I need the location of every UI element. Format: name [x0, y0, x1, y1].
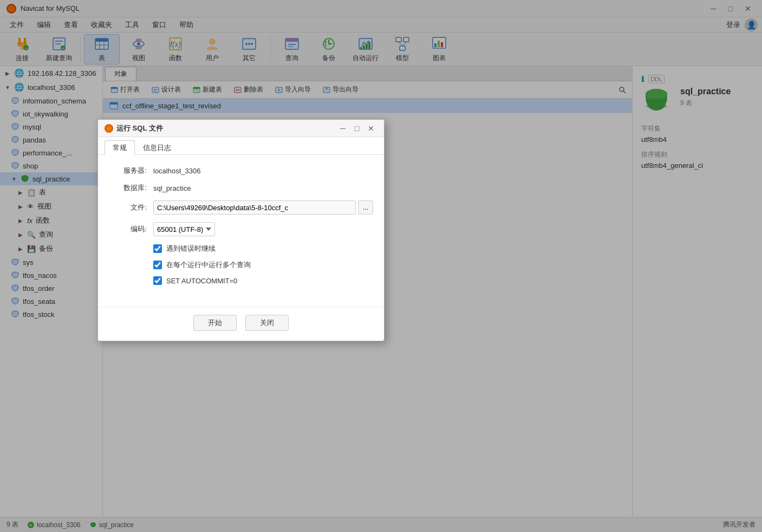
checkbox-multi-query-label: 在每个运行中运行多个查询: [166, 260, 251, 270]
dialog-close-btn[interactable]: ✕: [364, 123, 377, 134]
database-field-label: 数据库:: [109, 183, 147, 193]
server-field-value: localhost_3306: [153, 167, 200, 175]
dialog-title-controls: ─ □ ✕: [336, 123, 377, 134]
checkbox-autocommit[interactable]: [153, 276, 162, 285]
dialog-restore-btn[interactable]: □: [350, 123, 363, 134]
dialog-minimize-btn[interactable]: ─: [336, 123, 349, 134]
dialog-row-file: 文件: ...: [109, 200, 373, 215]
dialog-start-btn[interactable]: 开始: [193, 315, 237, 331]
dialog-form: 服务器: localhost_3306 数据库: sql_practice 文件…: [98, 155, 384, 302]
dialog-row-encoding: 编码: 65001 (UTF-8): [109, 222, 373, 236]
dialog-footer: 开始 关闭: [98, 307, 384, 341]
file-input-wrap: ...: [153, 200, 373, 215]
checkbox-row-2: 在每个运行中运行多个查询: [109, 260, 373, 270]
file-browse-btn[interactable]: ...: [358, 200, 373, 215]
checkbox-continue-label: 遇到错误时继续: [166, 244, 216, 254]
dialog-row-server: 服务器: localhost_3306: [109, 166, 373, 176]
database-field-value: sql_practice: [153, 184, 191, 192]
checkbox-row-1: 遇到错误时继续: [109, 244, 373, 254]
dialog-title-text: 运行 SQL 文件: [116, 124, 163, 133]
file-input[interactable]: [153, 200, 356, 215]
encoding-field-label: 编码:: [109, 224, 147, 234]
dialog-tab-regular[interactable]: 常规: [105, 140, 135, 155]
run-sql-dialog: 运行 SQL 文件 ─ □ ✕ 常规 信息日志 服务器: localhost_3…: [97, 119, 385, 341]
modal-overlay: 运行 SQL 文件 ─ □ ✕ 常规 信息日志 服务器: localhost_3…: [0, 0, 762, 532]
checkbox-row-3: SET AUTOCOMMIT=0: [109, 276, 373, 285]
checkbox-autocommit-label: SET AUTOCOMMIT=0: [166, 277, 237, 285]
encoding-select[interactable]: 65001 (UTF-8): [153, 222, 215, 236]
dialog-tab-log[interactable]: 信息日志: [135, 140, 179, 155]
file-field-label: 文件:: [109, 203, 147, 212]
server-field-label: 服务器:: [109, 166, 147, 176]
checkbox-continue-on-error[interactable]: [153, 244, 162, 253]
dialog-row-database: 数据库: sql_practice: [109, 183, 373, 193]
dialog-title-left: 运行 SQL 文件: [105, 124, 163, 133]
dialog-close-action-btn[interactable]: 关闭: [245, 315, 289, 331]
dialog-tabs: 常规 信息日志: [98, 137, 384, 155]
dialog-logo: [105, 124, 113, 133]
checkbox-multi-query[interactable]: [153, 261, 162, 269]
dialog-title-bar: 运行 SQL 文件 ─ □ ✕: [98, 120, 384, 137]
